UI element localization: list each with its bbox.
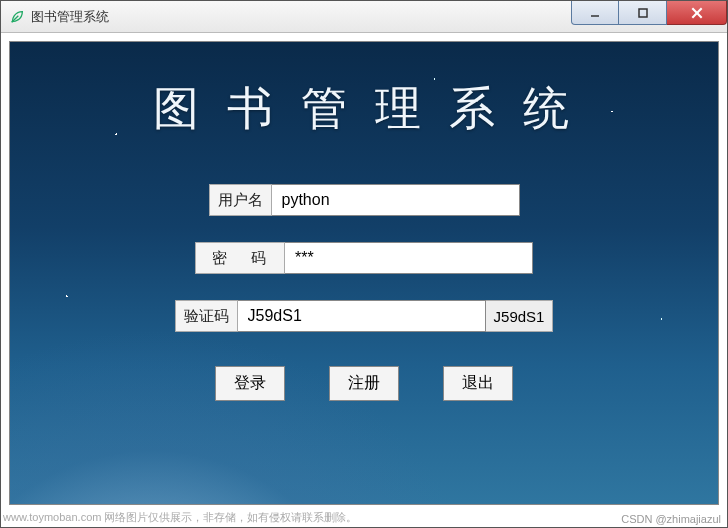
- register-button[interactable]: 注册: [329, 366, 399, 401]
- password-input[interactable]: [285, 242, 533, 274]
- footer-left-text: www.toymoban.com 网络图片仅供展示，非存储，如有侵权请联系删除。: [3, 510, 357, 525]
- app-feather-icon: [9, 9, 25, 25]
- captcha-label: 验证码: [175, 300, 238, 332]
- exit-button[interactable]: 退出: [443, 366, 513, 401]
- client-area: 图书管理系统 用户名 密 码 验证码 J59dS1 登录 注册 退出: [9, 41, 719, 505]
- app-title: 图书管理系统: [10, 78, 718, 140]
- login-button[interactable]: 登录: [215, 366, 285, 401]
- footer-right-text: CSDN @zhimajiazul: [621, 513, 721, 525]
- button-row: 登录 注册 退出: [215, 366, 513, 401]
- window-maximize-button[interactable]: [619, 1, 667, 25]
- password-row: 密 码: [195, 242, 533, 274]
- username-input[interactable]: [272, 184, 520, 216]
- captcha-row: 验证码 J59dS1: [175, 300, 554, 332]
- login-form: 用户名 密 码 验证码 J59dS1 登录 注册 退出: [10, 184, 718, 401]
- window-minimize-button[interactable]: [571, 1, 619, 25]
- password-label: 密 码: [195, 242, 285, 274]
- svg-rect-2: [639, 9, 647, 17]
- captcha-display: J59dS1: [486, 300, 554, 332]
- username-label: 用户名: [209, 184, 272, 216]
- username-row: 用户名: [209, 184, 520, 216]
- window-titlebar: 图书管理系统: [1, 1, 727, 33]
- captcha-input[interactable]: [238, 300, 486, 332]
- window-close-button[interactable]: [667, 1, 727, 25]
- window-title: 图书管理系统: [31, 8, 109, 26]
